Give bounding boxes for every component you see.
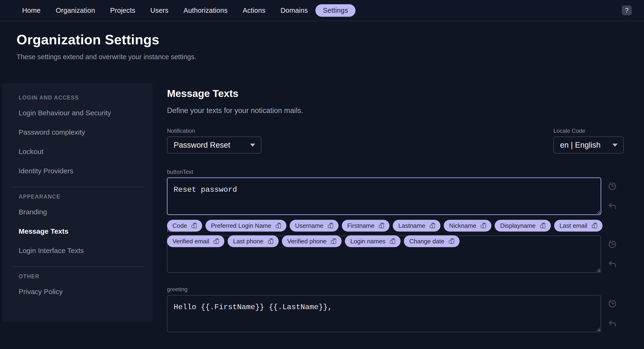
sidebar-divider <box>10 187 144 187</box>
chip-label: Change date <box>409 238 444 245</box>
sidebar-heading-other: OTHER <box>2 273 152 280</box>
clipboard-icon <box>327 222 334 229</box>
chip-last-phone[interactable]: Last phone <box>228 235 278 247</box>
page-title: Organization Settings <box>16 31 644 47</box>
chevron-down-icon <box>612 144 618 147</box>
button-text-wrap: Reset password <box>167 178 601 215</box>
undo-icon[interactable] <box>608 201 617 211</box>
chip-label: Verified email <box>172 238 209 245</box>
sidebar-item-login-interface-texts[interactable]: Login Interface Texts <box>2 241 152 260</box>
clipboard-icon <box>539 222 546 229</box>
message-text-form: buttonText Reset password <box>167 169 624 332</box>
clipboard-icon <box>448 238 455 245</box>
history-icon[interactable] <box>608 299 617 309</box>
clipboard-icon <box>480 222 487 229</box>
chip-displayname[interactable]: Displayname <box>495 220 550 232</box>
history-icon[interactable] <box>608 181 617 191</box>
chip-preferred-login-name[interactable]: Preferred Login Name <box>206 220 286 232</box>
locale-label: Locale Code <box>554 128 624 134</box>
organization-settings-page: Home Organization Projects Users Authori… <box>0 0 644 349</box>
nav-items: Home Organization Projects Users Authori… <box>15 4 356 17</box>
nav-item-users[interactable]: Users <box>143 4 176 17</box>
nav-item-domains[interactable]: Domains <box>273 4 316 17</box>
undo-icon[interactable] <box>608 319 617 329</box>
chip-label: Displayname <box>500 222 536 229</box>
sidebar-item-password-complexity[interactable]: Password complexity <box>2 123 152 142</box>
chip-label: Login names <box>350 238 386 245</box>
nav-item-home[interactable]: Home <box>15 4 48 17</box>
nav-item-authorizations[interactable]: Authorizations <box>176 4 235 17</box>
chip-verified-phone[interactable]: Verified phone <box>282 235 342 247</box>
top-navbar: Home Organization Projects Users Authori… <box>0 0 644 21</box>
chip-username[interactable]: Username <box>290 220 338 232</box>
help-button[interactable]: ? <box>622 5 632 15</box>
greeting-actions <box>601 295 624 332</box>
sidebar-divider <box>10 267 144 267</box>
selects-row: Notification Password Reset Locale Code … <box>167 128 624 153</box>
chip-label: Preferred Login Name <box>211 222 271 229</box>
nav-item-projects[interactable]: Projects <box>102 4 143 17</box>
message-texts-panel: Message Texts Define your texts for your… <box>167 83 644 332</box>
greeting-group: greeting Hello {{.FirstName}} {{.LastNam… <box>167 286 624 332</box>
chip-label: Last phone <box>233 238 264 245</box>
sidebar-item-branding[interactable]: Branding <box>2 202 152 222</box>
chip-label: Last email <box>560 222 588 229</box>
button-text-actions <box>601 178 624 215</box>
history-icon[interactable] <box>608 239 617 249</box>
nav-item-settings[interactable]: Settings <box>316 4 356 17</box>
sidebar-heading-login-and-access: LOGIN AND ACCESS <box>2 94 152 101</box>
chip-nickname[interactable]: Nickname <box>444 220 492 232</box>
chip-label: Verified phone <box>287 238 326 245</box>
placeholder-chips: Code Preferred Login Name <box>167 220 601 247</box>
notification-select-value: Password Reset <box>174 141 230 149</box>
chip-last-email[interactable]: Last email <box>554 220 603 232</box>
button-text-row: Reset password <box>167 178 624 215</box>
chip-label: Username <box>295 222 324 229</box>
greeting-wrap: Hello {{.FirstName}} {{.LastName}}, <box>167 295 601 332</box>
clipboard-icon <box>330 238 337 245</box>
footer-text-actions <box>601 236 624 273</box>
content-row: LOGIN AND ACCESS Login Behaviour and Sec… <box>0 83 644 332</box>
sidebar-item-privacy-policy[interactable]: Privacy Policy <box>2 282 152 301</box>
sidebar-item-lockout[interactable]: Lockout <box>2 142 152 161</box>
locale-select[interactable]: en | English <box>554 137 624 153</box>
notification-select[interactable]: Password Reset <box>167 137 261 153</box>
sidebar-heading-appearance: APPEARANCE <box>2 193 152 200</box>
chip-change-date[interactable]: Change date <box>404 235 460 247</box>
chip-row: Code Preferred Login Name <box>167 220 601 232</box>
chevron-down-icon <box>250 144 255 147</box>
chip-label: Firstname <box>347 222 374 229</box>
locale-select-value: en | English <box>560 141 600 149</box>
sidebar-item-login-behaviour-and-security[interactable]: Login Behaviour and Security <box>2 103 152 123</box>
chip-code[interactable]: Code <box>167 220 202 232</box>
page-header: Organization Settings These settings ext… <box>16 31 644 61</box>
clipboard-icon <box>591 222 598 229</box>
button-text-input[interactable]: Reset password <box>167 178 601 215</box>
chip-lastname[interactable]: Lastname <box>393 220 440 232</box>
clipboard-icon <box>275 222 282 229</box>
sidebar-item-identity-providers[interactable]: Identity Providers <box>2 161 152 181</box>
sidebar-item-message-texts[interactable]: Message Texts <box>2 222 152 241</box>
notification-label: Notification <box>167 128 261 134</box>
chip-row: Verified email Last phone <box>167 235 601 247</box>
clipboard-icon <box>389 238 396 245</box>
section-title: Message Texts <box>167 88 624 99</box>
button-text-label: buttonText <box>167 169 624 175</box>
page-subtitle: These settings extend and overwrite your… <box>16 53 644 61</box>
clipboard-icon <box>267 238 274 245</box>
chip-verified-email[interactable]: Verified email <box>167 235 224 247</box>
nav-item-organization[interactable]: Organization <box>48 4 102 17</box>
chip-login-names[interactable]: Login names <box>345 235 400 247</box>
clipboard-icon <box>378 222 385 229</box>
chip-label: Lastname <box>398 222 425 229</box>
undo-icon[interactable] <box>608 259 617 269</box>
clipboard-icon <box>213 238 220 245</box>
greeting-row: Hello {{.FirstName}} {{.LastName}}, <box>167 295 624 332</box>
chip-firstname[interactable]: Firstname <box>342 220 390 232</box>
locale-field: Locale Code en | English <box>554 128 624 153</box>
chip-label: Nickname <box>449 222 476 229</box>
button-text-group: buttonText Reset password <box>167 169 624 215</box>
nav-item-actions[interactable]: Actions <box>235 4 273 17</box>
settings-sidebar: LOGIN AND ACCESS Login Behaviour and Sec… <box>2 83 152 322</box>
greeting-input[interactable]: Hello {{.FirstName}} {{.LastName}}, <box>167 295 601 332</box>
